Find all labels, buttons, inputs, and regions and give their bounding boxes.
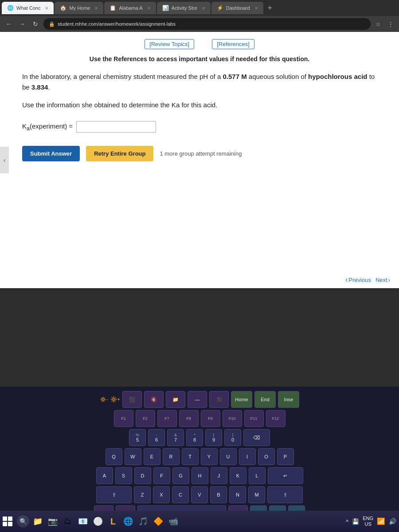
fn-f8-key[interactable]: 📁 [166,391,185,408]
tab-close-2[interactable]: ✕ [94,6,98,11]
display-key[interactable]: ⬛ [122,391,142,408]
e-key[interactable]: E [144,448,160,465]
fn-home-key[interactable]: Home [231,391,252,408]
tab-close-3[interactable]: ✕ [147,6,151,11]
b-key[interactable]: B [210,486,227,503]
f10-key[interactable]: F10 [223,410,242,427]
taskbar-edge-icon[interactable]: 🌐 [121,515,135,528]
submit-answer-button[interactable]: Submit Answer [22,146,80,161]
fn-ins-key[interactable]: Inse [278,391,299,408]
address-bar[interactable]: 🔒 student.mhhe.com/answer/homework/assig… [43,18,371,30]
taskbar-caret-icon[interactable]: ^ [346,518,348,525]
forward-button[interactable]: → [17,19,27,29]
f9-key[interactable]: F9 [201,410,220,427]
taskbar-video-icon[interactable]: 📹 [167,515,180,528]
start-sq-1 [3,516,7,521]
x-key[interactable]: X [153,486,170,503]
tab-my-home[interactable]: 🏠 My Home ✕ [55,2,103,14]
taskbar-camera-icon[interactable]: 📷 [46,515,59,528]
taskbar-l-icon[interactable]: L [106,515,120,528]
references-link[interactable]: [References] [212,39,254,49]
taskbar-volume-icon[interactable]: 🔊 [389,518,396,525]
u-key[interactable]: U [220,448,237,465]
start-sq-4 [8,522,12,526]
next-button[interactable]: Next› [376,277,390,283]
shift-right-key[interactable]: ⇧ [267,486,303,503]
address-bar-row: ← → ↻ 🔒 student.mhhe.com/answer/homework… [0,16,399,32]
f1-key[interactable]: F1 [114,410,133,427]
p-key[interactable]: P [277,448,294,465]
fn-f9-key[interactable]: — [188,391,207,408]
taskbar-folder-icon[interactable]: 🗂 [61,515,74,528]
ka-input-field[interactable] [76,121,156,133]
t-key[interactable]: T [182,448,199,465]
l-key[interactable]: L [249,467,266,484]
lparen-key[interactable]: (9 [205,429,222,446]
tab-close-1[interactable]: ✕ [45,6,48,11]
tab-what-conc[interactable]: 🌐 What Conc ✕ [2,2,54,14]
d-key[interactable]: D [134,467,151,484]
w-key[interactable]: W [125,448,141,465]
fn-end-key[interactable]: End [254,391,276,408]
taskbar-email-icon[interactable]: 📧 [76,515,90,528]
tab-icon-1: 🌐 [7,5,14,11]
tab-icon-3: 📋 [110,5,116,11]
taskbar-file-icon[interactable]: 📁 [31,515,44,528]
g-key[interactable]: G [172,467,189,484]
start-button[interactable] [3,516,12,526]
c-key[interactable]: C [172,486,189,503]
review-topics-link[interactable]: [Review Topics] [145,39,194,49]
taskbar-orange-icon[interactable]: 🔶 [152,515,165,528]
shift-left-key[interactable]: ⇧ [96,486,132,503]
o-key[interactable]: O [258,448,275,465]
i-key[interactable]: I [239,448,256,465]
taskbar-chrome-icon[interactable]: ⚪ [91,515,105,528]
ampersand-key[interactable]: &7 [167,429,184,446]
j-key[interactable]: J [211,467,227,484]
taskbar-music-icon[interactable]: 🎵 [137,515,150,528]
taskbar-search-button[interactable]: 🔍 [17,515,29,528]
enter-key[interactable]: ↵ [268,467,303,484]
retry-entire-group-button[interactable]: Retry Entire Group [86,146,153,161]
tab-close-4[interactable]: ✕ [202,6,205,11]
tab-dashboard[interactable]: ⚡ Dashboard ✕ [211,2,263,14]
y-key[interactable]: Y [201,448,218,465]
percent-key[interactable]: %5 [129,429,146,446]
r-key[interactable]: R [163,448,180,465]
fn-f7-key[interactable]: 🔇 [144,391,164,408]
n-key[interactable]: N [229,486,246,503]
page-navigation: Previous Next› [345,276,390,284]
asterisk-key[interactable]: *8 [186,429,203,446]
z-key[interactable]: Z [134,486,151,503]
h-key[interactable]: H [192,467,208,484]
tab-activity[interactable]: 📊 Activity Stre ✕ [157,2,211,14]
left-panel-toggle[interactable]: ‹ [0,147,9,173]
f12-key[interactable]: F12 [266,410,286,427]
f2-key[interactable]: F2 [136,410,155,427]
menu-button[interactable]: ⋮ [386,19,395,29]
f11-key[interactable]: F11 [244,410,264,427]
m-key[interactable]: M [248,486,265,503]
fn-f9b-key[interactable]: ⬛ [209,391,229,408]
tab-close-5[interactable]: ✕ [254,6,258,11]
refresh-button[interactable]: ↻ [30,19,41,29]
address-text: student.mhhe.com/answer/homework/assignm… [58,21,176,27]
bookmark-button[interactable]: ☆ [373,19,383,29]
a-key[interactable]: A [96,467,113,484]
q-key[interactable]: Q [106,448,122,465]
back-button[interactable]: ← [4,19,14,29]
backspace-key[interactable]: ⌫ [243,429,270,446]
tab-alabama[interactable]: 📋 Alabama A ✕ [104,2,156,14]
zxcv-row: ⇧ Z X C V B N M ⇧ [3,486,396,503]
previous-button[interactable]: Previous [345,276,371,284]
f-key[interactable]: F [153,467,170,484]
k-key[interactable]: K [230,467,246,484]
f7-key[interactable]: F7 [157,410,177,427]
minus-key[interactable]: -6 [148,429,165,446]
f8-key[interactable]: F8 [179,410,199,427]
new-tab-button[interactable]: + [264,4,276,13]
rparen-key[interactable]: )0 [224,429,241,446]
s-key[interactable]: S [115,467,132,484]
ka-input-row: Ka(experiment) = [22,121,377,133]
v-key[interactable]: V [191,486,208,503]
